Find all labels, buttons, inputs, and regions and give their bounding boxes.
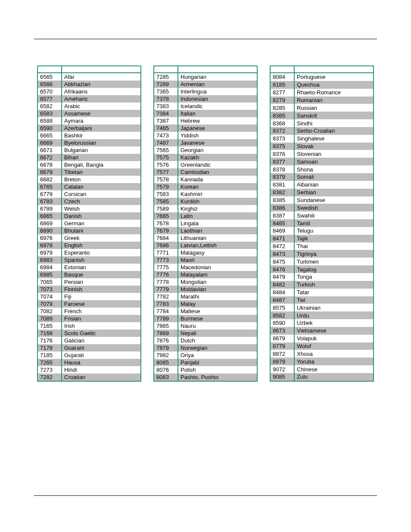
language-name: Nepali — [178, 330, 257, 337]
table-row: 6669Byelorussian — [37, 139, 141, 146]
table-row: 7273Hindi — [37, 366, 141, 373]
table-row: 7773Maori — [154, 256, 257, 264]
language-name: Aymara — [62, 117, 141, 124]
language-name: Bengali, Bangla — [62, 161, 141, 168]
language-name: Kirghiz — [178, 205, 257, 212]
table-row: 8372Serbo-Croatian — [270, 127, 374, 135]
language-name: Turkish — [294, 281, 374, 289]
table-row: 7865Nauru — [154, 322, 257, 330]
table-row: 8381Albanian — [270, 181, 374, 189]
language-name: Afar — [62, 73, 141, 81]
language-name: Lingala — [178, 220, 257, 227]
language-code: 8484 — [270, 289, 294, 296]
table-row: 6983Spanish — [37, 256, 141, 264]
table-row: 8368Sindhi — [270, 119, 374, 127]
table-row: 6566Abkhazian — [37, 81, 141, 88]
table-row: 8377Samoan — [270, 158, 374, 165]
language-code: 8582 — [270, 311, 294, 319]
language-code: 6783 — [37, 198, 62, 205]
table-row: 7465Japanese — [154, 124, 257, 132]
table-row: 7265Hausa — [37, 359, 141, 366]
language-code: 7074 — [37, 293, 62, 300]
table-row: 7378Indonesian — [154, 95, 257, 103]
table-row: 7289Armenian — [154, 81, 257, 88]
language-name: Maltese — [178, 308, 257, 315]
language-code: 8476 — [270, 265, 294, 273]
footer-rule — [34, 495, 377, 496]
table-row: 6789Welsh — [37, 205, 141, 212]
language-code: 6588 — [37, 117, 62, 124]
language-code: 8365 — [270, 112, 294, 119]
table-row: 8472Thai — [270, 243, 374, 250]
language-code: 7378 — [154, 95, 178, 103]
language-name: Urdu — [294, 311, 374, 319]
table-row: 7784Maltese — [154, 308, 257, 315]
language-name: Rhaeto-Romance — [294, 89, 374, 96]
language-code: 8679 — [270, 335, 294, 342]
language-name: Tatar — [294, 289, 374, 296]
language-code: 7678 — [154, 220, 178, 227]
language-name: Scots Gaelic — [62, 330, 141, 337]
language-name: Latvian,Lettish — [178, 242, 257, 249]
language-name: Frisian — [62, 315, 141, 322]
table-row: 8575Ukrainian — [270, 304, 374, 311]
table-row: 7065Persian — [37, 278, 141, 286]
table-row: 7387Hebrew — [154, 117, 257, 124]
language-name: Czech — [62, 198, 141, 205]
language-code: 9085 — [270, 373, 294, 381]
table-row: 6678Bengali, Bangla — [37, 161, 141, 168]
language-code: 6566 — [37, 81, 62, 88]
language-name: Russian — [294, 104, 374, 112]
language-name: Assamese — [62, 110, 141, 117]
table-row: 7082French — [37, 308, 141, 315]
language-code: 7282 — [37, 373, 62, 381]
table-row: 7679Laothian — [154, 227, 257, 234]
language-code: 7073 — [37, 286, 62, 293]
table-row: 7565Georgian — [154, 146, 257, 154]
table-row: 9085Zulu — [270, 373, 374, 381]
table-row: 8673Vietnamese — [270, 327, 374, 335]
table-row: 6984Estonian — [37, 264, 141, 271]
language-code: 7679 — [154, 227, 178, 234]
language-name: Corsican — [62, 190, 141, 198]
language-code: 8590 — [270, 319, 294, 327]
language-name: Xhosa — [294, 350, 374, 358]
table-row: 7074Fiji — [37, 293, 141, 300]
language-name: Bhutani — [62, 227, 141, 234]
table-row: 8482Turkish — [270, 281, 374, 289]
language-name: Singhalese — [294, 135, 374, 143]
language-name: Georgian — [178, 146, 257, 154]
table-row: 7783Malay — [154, 300, 257, 308]
language-code: 8368 — [270, 119, 294, 127]
table-row: 8465Tamil — [270, 219, 374, 227]
language-code: 7585 — [154, 198, 178, 205]
language-code: 8475 — [270, 258, 294, 265]
language-code: 8387 — [270, 212, 294, 219]
table-row: 6985Basque — [37, 271, 141, 278]
language-code: 8473 — [270, 250, 294, 258]
language-code: 8385 — [270, 196, 294, 204]
table-row: 7879Norwegian — [154, 344, 257, 352]
language-name: Interlingua — [178, 88, 257, 95]
language-code: 8469 — [270, 227, 294, 235]
table-row: 7165Irish — [37, 322, 141, 330]
language-code: 8372 — [270, 127, 294, 135]
language-name: English — [62, 242, 141, 249]
language-code: 6789 — [37, 205, 62, 212]
language-code: 8575 — [270, 304, 294, 311]
language-code: 7686 — [154, 242, 178, 249]
table-row: 7982Oriya — [154, 352, 257, 359]
language-code: 8277 — [270, 89, 294, 96]
language-name: Samoan — [294, 158, 374, 165]
table-row: 7168Scots Gaelic — [37, 330, 141, 337]
language-code: 7583 — [154, 190, 178, 198]
language-name: Twi — [294, 296, 374, 304]
table-row: 8872Xhosa — [270, 350, 374, 358]
language-code: 8465 — [270, 219, 294, 227]
language-name: Telugu — [294, 227, 374, 235]
language-code: 8185 — [270, 81, 294, 89]
language-name: Abkhazian — [62, 81, 141, 88]
table-row: 6890Bhutani — [37, 227, 141, 234]
language-name: Latin — [178, 212, 257, 220]
language-code: 6669 — [37, 139, 62, 146]
